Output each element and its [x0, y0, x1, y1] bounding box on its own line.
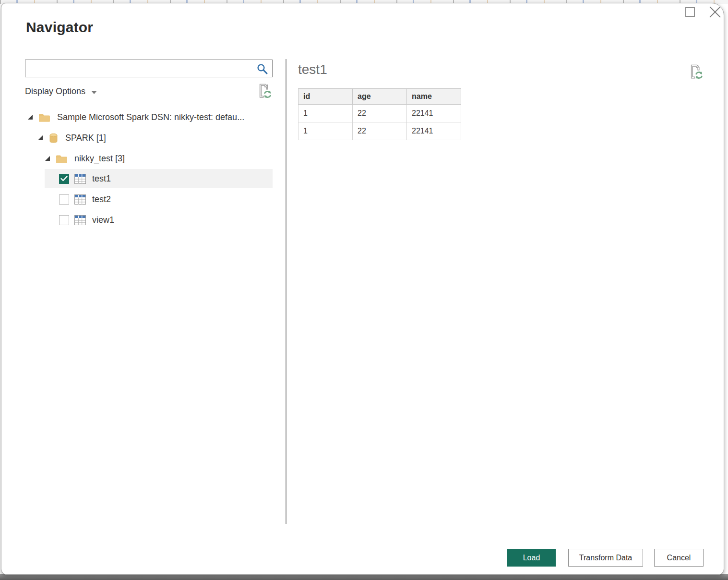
navigation-tree: Sample Microsoft Spark DSN: nikky-test: … — [25, 107, 273, 231]
refresh-preview-icon[interactable] — [690, 64, 704, 81]
checkbox-test1[interactable] — [59, 174, 69, 184]
tree-item-test2[interactable]: test2 — [45, 190, 273, 209]
page-title: Navigator — [26, 19, 93, 36]
refresh-tree-icon[interactable] — [258, 84, 273, 100]
load-button[interactable]: Load — [507, 549, 556, 567]
folder-icon — [56, 154, 68, 164]
table-icon — [74, 194, 86, 205]
table-cell: 1 — [298, 105, 353, 122]
checkbox-test2[interactable] — [59, 194, 69, 205]
chevron-down-icon — [91, 91, 97, 94]
checkbox-view1[interactable] — [59, 215, 69, 225]
table-cell: 22141 — [407, 122, 461, 140]
folder-icon — [38, 112, 50, 122]
search-input[interactable] — [25, 60, 255, 77]
navigator-dialog: Navigator Display Options Sample Microso… — [1, 3, 724, 575]
transform-data-button[interactable]: Transform Data — [568, 549, 643, 567]
tree-node-spark[interactable]: SPARK [1] — [25, 128, 273, 148]
table-cell: 22141 — [407, 105, 461, 122]
tree-item-label: test1 — [92, 174, 111, 184]
column-header: name — [407, 89, 461, 105]
tree-node-dsn[interactable]: Sample Microsoft Spark DSN: nikky-test: … — [25, 107, 273, 128]
tree-item-test1[interactable]: test1 — [45, 169, 273, 188]
maximize-icon[interactable] — [685, 7, 695, 17]
preview-title: test1 — [298, 62, 327, 77]
expand-triangle-icon[interactable] — [45, 156, 50, 161]
column-header: id — [298, 89, 353, 105]
table-cell: 22 — [353, 105, 407, 122]
preview-table-header-row: id age name — [298, 89, 461, 105]
tree-node-label: nikky_test [3] — [74, 154, 125, 164]
tree-item-label: view1 — [92, 215, 114, 225]
table-icon — [74, 215, 86, 225]
preview-table: id age name 1 22 22141 1 22 22141 — [298, 88, 461, 140]
tree-node-label: SPARK [1] — [65, 133, 106, 143]
tree-node-label: Sample Microsoft Spark DSN: nikky-test: … — [57, 112, 244, 122]
pane-divider — [286, 59, 286, 524]
tree-item-view1[interactable]: view1 — [45, 210, 273, 230]
search-icon[interactable] — [256, 63, 269, 77]
tree-item-label: test2 — [92, 194, 111, 205]
display-options-dropdown[interactable]: Display Options — [25, 86, 97, 97]
expand-triangle-icon[interactable] — [38, 135, 43, 140]
table-cell: 1 — [298, 122, 353, 140]
database-icon — [48, 133, 59, 143]
tree-node-nikky-test[interactable]: nikky_test [3] — [25, 148, 273, 169]
column-header: age — [353, 89, 407, 105]
expand-triangle-icon[interactable] — [28, 115, 33, 120]
close-icon[interactable] — [708, 5, 722, 19]
table-row: 1 22 22141 — [298, 122, 461, 140]
table-icon — [74, 174, 86, 184]
display-options-row: Display Options — [25, 85, 273, 101]
table-row: 1 22 22141 — [298, 105, 461, 122]
cancel-button[interactable]: Cancel — [654, 549, 704, 567]
display-options-label: Display Options — [25, 86, 85, 97]
search-box — [25, 60, 273, 77]
table-cell: 22 — [353, 122, 407, 140]
